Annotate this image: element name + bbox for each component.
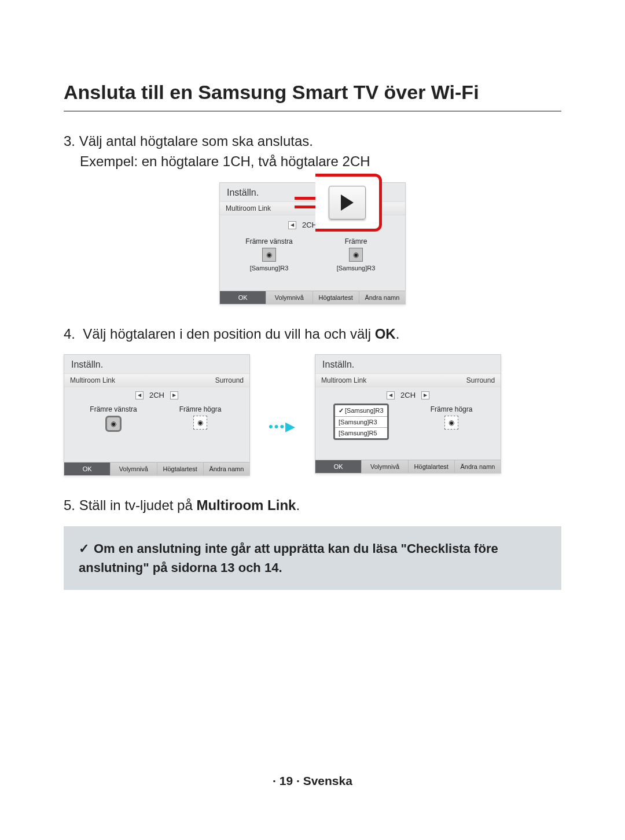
play-icon [341, 195, 354, 211]
arrow-right-icon[interactable]: ▶ [421, 391, 429, 399]
ok-bold: OK [375, 326, 396, 342]
sub-right: Surround [215, 376, 244, 384]
panel-subheader: Multiroom Link Surround [315, 373, 501, 387]
note-text: Om en anslutning inte går att upprätta k… [79, 541, 498, 575]
speaker-left-device: [Samsung]R3 [250, 265, 289, 272]
ok-button[interactable]: OK [64, 463, 110, 475]
ok-button[interactable]: OK [220, 291, 266, 304]
step-5: 5. Ställ in tv-ljudet på Multiroom Link. [64, 496, 561, 516]
speaker-test-button[interactable]: Högtalartest [408, 460, 454, 473]
speaker-left-label: Främre vänstra [82, 405, 145, 413]
channel-selector[interactable]: ◀ 2CH ▶ [315, 387, 501, 403]
step-4: 4. Välj högtalaren i den position du vil… [64, 324, 561, 344]
speaker-test-button[interactable]: Högtalartest [157, 463, 203, 475]
note-box: ✓Om en anslutning inte går att upprätta … [64, 526, 561, 590]
arrow-right-icon[interactable]: ▶ [170, 391, 178, 399]
step4-prefix: 4. Välj högtalaren i den position du vil… [64, 326, 375, 342]
volume-button[interactable]: Volymnivå [361, 460, 407, 473]
step5-bold: Multiroom Link [196, 497, 296, 513]
speaker-right: Främre högra ◉ [168, 405, 232, 434]
speaker-right: Främre högra ◉ [420, 405, 483, 432]
speaker-left-icon-highlighted[interactable]: ◉ [105, 416, 122, 432]
page-footer: · 19 · Svenska [0, 774, 625, 788]
sub-left: Multiroom Link [226, 204, 271, 212]
tick-icon: ✓ [79, 541, 94, 556]
arrow-left-icon[interactable]: ◀ [387, 391, 395, 399]
dropdown-option[interactable]: [Samsung]R5 [335, 428, 387, 438]
arrow-left-icon[interactable]: ◀ [288, 221, 296, 229]
speaker-right-label: Främre [324, 237, 388, 245]
speaker-right-icon[interactable]: ◉ [349, 248, 363, 262]
speaker-right-icon[interactable]: ◉ [444, 416, 458, 430]
sub-left: Multiroom Link [70, 376, 115, 384]
speaker-left-label: Främre vänstra [237, 237, 301, 245]
speaker-left: Främre vänstra ◉ [82, 405, 145, 434]
volume-button[interactable]: Volymnivå [266, 291, 312, 304]
panel-header: Inställn. [64, 355, 249, 373]
panel-footer: OK Volymnivå Högtalartest Ändra namn [220, 291, 405, 304]
transition-arrow-icon: •••▶ [269, 419, 296, 434]
speaker-left: Främre vänstra ◉ [Samsung]R3 [237, 237, 301, 272]
dropdown-option-selected[interactable]: ✓[Samsung]R3 [335, 405, 387, 417]
dropdown-option-label: [Samsung]R3 [345, 407, 384, 414]
rename-button[interactable]: Ändra namn [203, 463, 249, 475]
panel-footer: OK Volymnivå Högtalartest Ändra namn [64, 462, 249, 475]
page-title: Ansluta till en Samsung Smart TV över Wi… [64, 81, 561, 112]
ok-button[interactable]: OK [315, 460, 361, 473]
speaker-test-button[interactable]: Högtalartest [312, 291, 359, 304]
speaker-right-device: [Samsung]R3 [337, 265, 376, 272]
play-button[interactable] [329, 186, 366, 219]
play-callout [315, 174, 382, 232]
step-3: 3. Välj antal högtalare som ska anslutas… [64, 131, 561, 172]
volume-button[interactable]: Volymnivå [110, 463, 156, 475]
channel-value: 2CH [149, 391, 164, 399]
sub-right: Surround [466, 376, 495, 384]
speaker-right-icon[interactable]: ◉ [193, 416, 207, 430]
step3-example: Exempel: en högtalare 1CH, två högtalare… [64, 152, 561, 172]
speaker-left-icon[interactable]: ◉ [262, 248, 276, 262]
speaker-right-label: Främre högra [420, 405, 483, 413]
step5-suffix: . [296, 497, 300, 513]
speaker-dropdown[interactable]: ✓[Samsung]R3 [Samsung]R3 [Samsung]R5 [333, 404, 389, 440]
channel-selector[interactable]: ◀ 2CH ▶ [64, 387, 249, 403]
panel-header: Inställn. [315, 355, 501, 373]
speaker-right-label: Främre högra [168, 405, 232, 413]
rename-button[interactable]: Ändra namn [454, 460, 501, 473]
step5-prefix: 5. Ställ in tv-ljudet på [64, 497, 196, 513]
dropdown-option[interactable]: [Samsung]R3 [335, 417, 387, 428]
rename-button[interactable]: Ändra namn [359, 291, 405, 304]
settings-panel-left: Inställn. Multiroom Link Surround ◀ 2CH … [64, 354, 250, 476]
panel-subheader: Multiroom Link Surround [64, 373, 249, 387]
speaker-right: Främre ◉ [Samsung]R3 [324, 237, 388, 272]
step3-text: 3. Välj antal högtalare som ska anslutas… [64, 133, 313, 149]
channel-value: 2CH [400, 391, 416, 399]
sub-left: Multiroom Link [321, 376, 366, 384]
arrow-left-icon[interactable]: ◀ [135, 391, 144, 399]
check-icon: ✓ [339, 407, 344, 414]
panel-footer: OK Volymnivå Högtalartest Ändra namn [315, 460, 501, 473]
